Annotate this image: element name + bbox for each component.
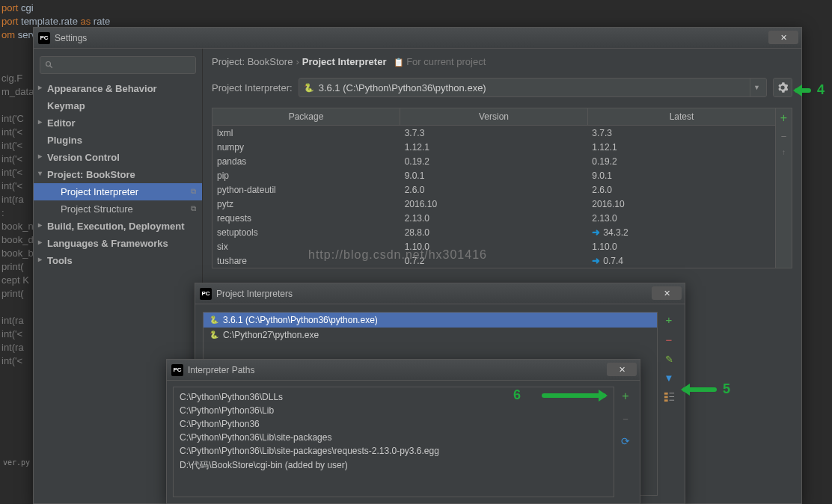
- svg-rect-4: [664, 399, 667, 402]
- interpreter-label: Project Interpreter:: [212, 82, 293, 93]
- chevron-down-icon[interactable]: ▼: [750, 79, 763, 96]
- list-item[interactable]: C:\Python\Python36\Lib: [180, 404, 608, 417]
- add-path-button[interactable]: +: [622, 390, 628, 403]
- add-interpreter-button[interactable]: +: [666, 313, 673, 326]
- tree-item[interactable]: Editor: [34, 114, 202, 132]
- svg-rect-3: [664, 396, 667, 399]
- filter-icon[interactable]: ▼: [664, 372, 674, 384]
- tree-item[interactable]: Tools: [34, 252, 202, 269]
- tree-item[interactable]: Version Control: [34, 149, 202, 166]
- annotation-6: 6: [513, 387, 521, 403]
- search-input[interactable]: [40, 56, 196, 74]
- table-row[interactable]: tushare0.7.2➜0.7.4: [212, 253, 775, 268]
- file-tab: ver.py: [3, 458, 30, 467]
- list-item[interactable]: C:\Python\Python36: [180, 417, 608, 431]
- tree-item[interactable]: Languages & Frameworks: [34, 235, 202, 252]
- list-item[interactable]: C:\Python\Python36\Lib\site-packages\req…: [180, 444, 608, 458]
- refresh-icon[interactable]: ⟳: [621, 435, 630, 447]
- list-item[interactable]: 🐍3.6.1 (C:\Python\Python36\python.exe): [204, 313, 657, 328]
- arrow-6: [542, 393, 606, 398]
- close-icon[interactable]: ✕: [652, 286, 682, 300]
- arrow-5: [682, 387, 717, 392]
- tree-item[interactable]: Project: BookStore: [34, 166, 202, 183]
- edit-interpreter-button[interactable]: ✎: [665, 354, 673, 365]
- arrow-4: [795, 88, 811, 93]
- pycharm-icon: PC: [200, 288, 212, 300]
- list-item[interactable]: D:\代码\BookStore\cgi-bin (added by user): [180, 458, 608, 473]
- interpreter-paths-titlebar[interactable]: PC Interpreter Paths ✕: [167, 360, 640, 381]
- python-icon: 🐍: [209, 316, 218, 325]
- python-icon: 🐍: [304, 83, 314, 93]
- interpreter-toolbar: + − ✎ ▼: [661, 312, 677, 496]
- package-header: PackageVersionLatest: [212, 108, 775, 126]
- package-toolbar: + − ↑: [775, 108, 792, 268]
- remove-interpreter-button[interactable]: −: [666, 334, 673, 346]
- table-row[interactable]: pip9.0.19.0.1: [212, 168, 775, 182]
- interpreter-combo[interactable]: 🐍 3.6.1 (C:\Python\Python36\python.exe) …: [299, 78, 767, 97]
- table-row[interactable]: requests2.13.02.13.0: [212, 211, 775, 225]
- tree-item[interactable]: Project Interpreter⧉: [34, 183, 202, 200]
- settings-titlebar[interactable]: PC Settings ✕: [34, 28, 801, 49]
- settings-tree: Appearance & BehaviorKeymapEditorPlugins…: [34, 80, 202, 269]
- table-row[interactable]: pandas0.19.20.19.2: [212, 154, 775, 168]
- annotation-5: 5: [723, 381, 730, 397]
- upgrade-package-button[interactable]: ↑: [782, 148, 786, 156]
- pycharm-icon: PC: [38, 32, 50, 44]
- tree-item[interactable]: Build, Execution, Deployment: [34, 218, 202, 235]
- table-row[interactable]: setuptools28.8.0➜34.3.2: [212, 225, 775, 239]
- package-table: PackageVersionLatest lxml3.7.33.7.3numpy…: [212, 108, 792, 268]
- list-item[interactable]: C:\Python\Python36\Lib\site-packages: [180, 431, 608, 444]
- remove-path-button[interactable]: −: [623, 414, 628, 425]
- table-row[interactable]: python-dateutil2.6.02.6.0: [212, 182, 775, 197]
- list-item[interactable]: 🐍C:\Python27\python.exe: [204, 328, 657, 342]
- table-row[interactable]: lxml3.7.33.7.3: [212, 126, 775, 140]
- show-paths-button[interactable]: [664, 391, 675, 405]
- svg-point-0: [46, 62, 51, 67]
- project-interpreters-titlebar[interactable]: PC Project Interpreters ✕: [195, 283, 685, 304]
- breadcrumb: Project: BookStore›Project Interpreter 📋…: [212, 56, 792, 67]
- settings-title: Settings: [55, 33, 87, 43]
- interpreter-paths-window: PC Interpreter Paths ✕ C:\Python\Python3…: [166, 359, 640, 504]
- tree-item[interactable]: Keymap: [34, 97, 202, 114]
- tree-item[interactable]: Project Structure⧉: [34, 200, 202, 218]
- python-icon: 🐍: [209, 331, 218, 339]
- close-icon[interactable]: ✕: [768, 31, 798, 44]
- close-icon[interactable]: ✕: [607, 363, 637, 376]
- svg-rect-2: [664, 393, 667, 395]
- annotation-4: 4: [817, 82, 825, 98]
- pycharm-icon: PC: [171, 364, 183, 376]
- svg-line-1: [50, 66, 52, 68]
- path-toolbar: + − ⟳: [617, 387, 634, 497]
- remove-package-button[interactable]: −: [781, 131, 787, 142]
- table-row[interactable]: pytz2016.102016.10: [212, 197, 775, 211]
- add-package-button[interactable]: +: [780, 111, 787, 125]
- table-row[interactable]: numpy1.12.11.12.1: [212, 140, 775, 154]
- path-list[interactable]: C:\Python\Python36\DLLsC:\Python\Python3…: [173, 387, 614, 497]
- table-row[interactable]: six1.10.01.10.0: [212, 239, 775, 253]
- tree-item[interactable]: Plugins: [34, 132, 202, 149]
- tree-item[interactable]: Appearance & Behavior: [34, 80, 202, 97]
